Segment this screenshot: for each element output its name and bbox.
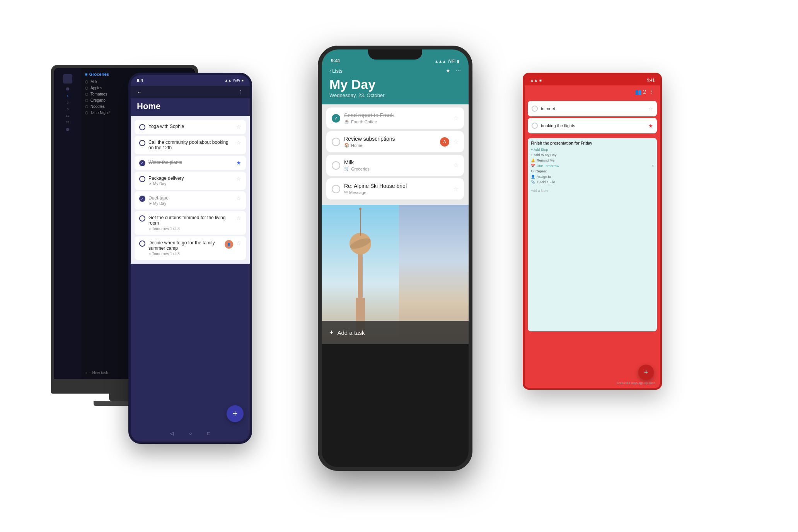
iphone-star-subscriptions[interactable]: ☆ <box>453 138 459 145</box>
tablet-task-meet[interactable]: to meet ☆ <box>528 101 657 116</box>
iphone-task-text-ski: Re: Alpine Ski House brief ✉ Message <box>344 183 449 195</box>
android-task-sub-curtains: ○Tomorrow 1 of 3 <box>148 227 233 231</box>
chevron-left-icon: ‹ <box>329 68 331 74</box>
tablet-status-icons: ▲▲ ■ <box>530 78 542 82</box>
detail-remind-me[interactable]: 🔔 Remind Me <box>531 159 654 162</box>
android-task-sub-package: ☀My Day <box>148 182 233 186</box>
iphone-task-milk[interactable]: Milk 🛒 Groceries ☆ <box>326 155 464 176</box>
wifi-icon: WiFi <box>448 59 455 63</box>
signal-icon: ▲▲ <box>225 78 232 82</box>
iphone-center: 9:41 ▲▲▲ WiFi ▮ ‹ Lists ✦ ··· <box>318 46 480 486</box>
android-check-yoga[interactable] <box>139 124 145 130</box>
iphone-check-milk[interactable] <box>332 161 340 170</box>
tablet-detail-title: Finish the presentation for Friday <box>531 141 654 145</box>
detail-repeat[interactable]: ↻ Repeat <box>531 169 654 173</box>
tablet-star-meet[interactable]: ☆ <box>648 106 653 112</box>
add-task-plus-icon: + <box>329 329 334 337</box>
iphone-task-text-milk: Milk 🛒 Groceries <box>344 159 449 171</box>
iphone-back-button[interactable]: ‹ Lists <box>329 68 343 74</box>
grocery-check-5 <box>85 105 88 108</box>
android-task-package[interactable]: Package delivery ☀My Day ☆ <box>135 172 246 190</box>
detail-assign-to[interactable]: 👤 Assign to <box>531 175 654 179</box>
android-task-camp[interactable]: Decide when to go for the family summer … <box>135 236 246 260</box>
iphone-task-subscriptions[interactable]: Review subscriptions 🏠 Home A ☆ <box>326 131 464 152</box>
android-body: 9:4 ▲▲ WiFi ■ ← ⋮ Home Yoga with Sophie … <box>128 73 252 444</box>
iphone-star-milk[interactable]: ☆ <box>453 162 459 169</box>
iphone-star-frank[interactable]: ☆ <box>453 114 459 122</box>
more-icon[interactable]: ··· <box>456 67 461 75</box>
android-task-curtains[interactable]: Get the curtains trimmed for the living … <box>135 211 246 235</box>
grocery-check-3 <box>85 93 88 96</box>
svg-rect-4 <box>360 209 361 236</box>
detail-add-note[interactable]: Add a Note <box>531 189 654 193</box>
android-status-icons: ▲▲ WiFi ■ <box>225 78 244 82</box>
iphone-task-sub-subscriptions: 🏠 Home <box>344 143 436 148</box>
android-task-text-package: Package delivery <box>148 176 233 181</box>
back-arrow-icon[interactable]: ← <box>137 89 142 95</box>
android-star-pool[interactable]: ☆ <box>236 140 241 146</box>
android-home-btn[interactable]: ○ <box>189 431 192 436</box>
iphone-task-sub-ski: ✉ Message <box>344 190 449 195</box>
android-check-package[interactable] <box>139 176 145 182</box>
android-task-yoga[interactable]: Yoga with Sophie ☆ <box>135 120 246 134</box>
new-task-button[interactable]: + + New task... <box>85 371 111 375</box>
android-check-duet[interactable] <box>139 196 145 202</box>
iphone-notch <box>368 49 422 60</box>
calendar-icon: 📅 <box>531 164 535 168</box>
iphone-photo-area: + Add a task <box>322 205 469 344</box>
tablet-star-flights[interactable]: ★ <box>648 123 653 129</box>
android-star-water[interactable]: ★ <box>236 160 241 166</box>
android-task-water[interactable]: Water the plants ★ <box>135 156 246 170</box>
android-task-text-water: Water the plants <box>148 160 233 165</box>
detail-add-step[interactable]: + Add Step <box>531 148 654 152</box>
iphone-body: 9:41 ▲▲▲ WiFi ▮ ‹ Lists ✦ ··· <box>318 46 472 471</box>
android-status-bar: 9:4 ▲▲ WiFi ■ <box>131 75 250 86</box>
detail-due-tomorrow[interactable]: 📅 Due Tomorrow × <box>531 164 654 168</box>
android-star-duet[interactable]: ☆ <box>236 195 241 201</box>
repeat-icon: ↻ <box>531 169 534 173</box>
tablet-check-meet[interactable] <box>532 106 538 112</box>
iphone-check-subscriptions[interactable] <box>332 138 340 146</box>
android-star-yoga[interactable]: ☆ <box>236 124 241 130</box>
android-fab[interactable]: + <box>227 405 244 422</box>
iphone-tasks-area: Send report to Frank ☕ Fourth Coffee ☆ R… <box>322 104 469 205</box>
iphone-title: My Day <box>329 78 461 91</box>
sidebar-dot-2 <box>66 128 69 131</box>
tablet-task-flights[interactable]: booking the flights ★ <box>528 118 657 133</box>
grocery-check-4 <box>85 99 88 102</box>
brightness-icon[interactable]: ✦ <box>445 67 450 75</box>
tablet-more-icon[interactable]: ⋮ <box>649 89 655 95</box>
tablet-check-flights[interactable] <box>532 123 538 129</box>
android-task-duet[interactable]: Duet tape ☀My Day ☆ <box>135 191 246 210</box>
android-check-pool[interactable] <box>139 140 145 146</box>
iphone-task-ski[interactable]: Re: Alpine Ski House brief ✉ Message ☆ <box>326 178 464 200</box>
grocery-check-6 <box>85 111 88 114</box>
android-star-camp[interactable]: ☆ <box>236 240 241 246</box>
person-icon: 👤 <box>531 175 535 179</box>
more-options-icon[interactable]: ⋮ <box>238 89 244 95</box>
android-task-pool[interactable]: Call the community pool about booking on… <box>135 136 246 154</box>
iphone-check-frank[interactable] <box>332 114 340 123</box>
iphone-task-frank[interactable]: Send report to Frank ☕ Fourth Coffee ☆ <box>326 107 464 129</box>
tablet-fab[interactable]: + <box>638 365 654 380</box>
iphone-status-icons: ▲▲▲ WiFi ▮ <box>435 59 459 63</box>
android-check-water[interactable] <box>139 160 145 166</box>
android-nav-buttons: ◁ ○ □ <box>131 431 250 436</box>
due-close-icon[interactable]: × <box>652 164 654 168</box>
android-star-curtains[interactable]: ☆ <box>236 215 241 221</box>
iphone-check-ski[interactable] <box>332 185 340 193</box>
svg-point-5 <box>359 208 361 210</box>
android-star-package[interactable]: ☆ <box>236 176 241 182</box>
detail-add-file[interactable]: 📎 + Add a File <box>531 180 654 184</box>
android-recents-btn[interactable]: □ <box>208 431 210 436</box>
android-task-sub-duet: ☀My Day <box>148 201 233 206</box>
message-icon: ✉ <box>344 190 348 195</box>
iphone-star-ski[interactable]: ☆ <box>453 185 459 193</box>
laptop-left-sidebar: 1 5 6 12 23 <box>54 68 81 379</box>
android-back-btn[interactable]: ◁ <box>170 431 174 436</box>
android-check-curtains[interactable] <box>139 215 145 222</box>
android-check-camp[interactable] <box>139 240 145 247</box>
signal-strength-icon: ▲▲▲ <box>435 59 446 63</box>
tablet-header-icons: 👥 2 ⋮ <box>635 89 655 95</box>
detail-add-myday[interactable]: + Add to My Day <box>531 153 654 157</box>
